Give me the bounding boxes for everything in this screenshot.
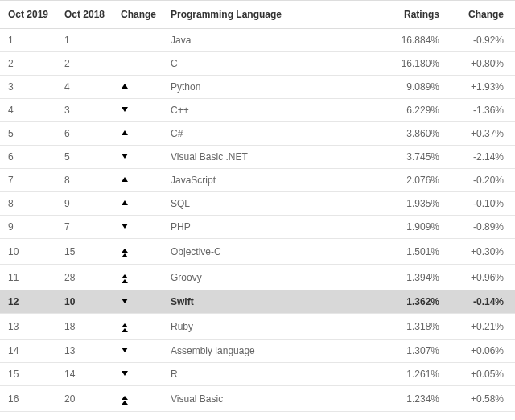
cell-trend (113, 412, 163, 421)
cell-change-pct: +0.30% (451, 239, 515, 265)
double-chevron-up-icon (121, 274, 129, 284)
cell-ratings: 16.180% (386, 52, 451, 76)
chevron-up-icon (121, 175, 129, 186)
cell-oct2018: 7 (56, 216, 113, 239)
cell-trend (113, 386, 163, 412)
cell-oct2018: 28 (56, 265, 113, 290)
cell-ratings: 1.307% (386, 340, 451, 363)
cell-oct2018: 2 (56, 52, 113, 76)
cell-oct2019: 15 (0, 363, 56, 386)
cell-trend (113, 363, 163, 386)
cell-oct2019: 5 (0, 122, 56, 146)
cell-trend (113, 239, 163, 265)
cell-trend (113, 314, 163, 340)
double-chevron-up-icon (121, 396, 129, 406)
cell-ratings: 1.234% (386, 386, 451, 412)
cell-oct2019: 7 (0, 169, 56, 192)
table-row: 1128Groovy1.394%+0.96% (0, 265, 515, 290)
header-oct2018: Oct 2018 (56, 1, 113, 29)
cell-oct2019: 3 (0, 76, 56, 99)
cell-trend (113, 52, 163, 76)
cell-language: R (163, 363, 386, 386)
cell-change-pct: -2.14% (451, 146, 515, 169)
table-header-row: Oct 2019 Oct 2018 Change Programming Lan… (0, 1, 515, 29)
cell-change-pct: +0.58% (451, 386, 515, 412)
cell-oct2018: 13 (56, 340, 113, 363)
cell-oct2019: 16 (0, 386, 56, 412)
chevron-down-icon (121, 221, 129, 233)
chevron-down-icon (121, 296, 129, 307)
chevron-up-icon (121, 128, 129, 139)
cell-oct2018: 12 (56, 412, 113, 421)
cell-change-pct: -0.92% (451, 29, 515, 52)
cell-oct2019: 13 (0, 314, 56, 340)
cell-change-pct: -0.15% (451, 412, 515, 421)
cell-oct2018: 10 (56, 290, 113, 314)
cell-oct2018: 14 (56, 363, 113, 386)
cell-oct2019: 10 (0, 239, 56, 265)
cell-trend (113, 76, 163, 99)
chevron-down-icon (121, 369, 129, 380)
cell-change-pct: +1.93% (451, 76, 515, 99)
chevron-down-icon (121, 105, 129, 116)
cell-ratings: 6.229% (386, 99, 451, 122)
cell-trend (113, 290, 163, 314)
cell-language: Go (163, 412, 386, 421)
header-language: Programming Language (163, 1, 386, 29)
cell-change-pct: +0.37% (451, 122, 515, 146)
double-chevron-up-icon (121, 323, 129, 333)
cell-trend (113, 340, 163, 363)
cell-change-pct: -0.14% (451, 290, 515, 314)
cell-ratings: 2.076% (386, 169, 451, 192)
table-row: 56C#3.860%+0.37% (0, 122, 515, 146)
cell-oct2019: 11 (0, 265, 56, 290)
cell-oct2019: 17 (0, 412, 56, 421)
cell-language: Java (163, 29, 386, 52)
cell-language: Ruby (163, 314, 386, 340)
cell-ratings: 1.935% (386, 192, 451, 216)
header-change-icon: Change (113, 1, 163, 29)
cell-language: JavaScript (163, 169, 386, 192)
cell-trend (113, 265, 163, 290)
cell-language: Assembly language (163, 340, 386, 363)
cell-oct2018: 6 (56, 122, 113, 146)
cell-oct2018: 1 (56, 29, 113, 52)
cell-ratings: 1.909% (386, 216, 451, 239)
table-row: 1413Assembly language1.307%+0.06% (0, 340, 515, 363)
header-oct2019: Oct 2019 (0, 1, 56, 29)
cell-oct2018: 9 (56, 192, 113, 216)
cell-language: Python (163, 76, 386, 99)
table-row: 1318Ruby1.318%+0.21% (0, 314, 515, 340)
chevron-down-icon (121, 345, 129, 356)
cell-ratings: 1.318% (386, 314, 451, 340)
cell-change-pct: +0.21% (451, 314, 515, 340)
cell-language: C# (163, 122, 386, 146)
cell-oct2019: 2 (0, 52, 56, 76)
chevron-up-icon (121, 81, 129, 93)
double-chevron-up-icon (121, 249, 129, 258)
table-row: 1015Objective-C1.501%+0.30% (0, 239, 515, 265)
cell-oct2019: 9 (0, 216, 56, 239)
table-row: 43C++6.229%-1.36% (0, 99, 515, 122)
table-row: 89SQL1.935%-0.10% (0, 192, 515, 216)
cell-language: C++ (163, 99, 386, 122)
cell-language: Objective-C (163, 239, 386, 265)
cell-ratings: 16.884% (386, 29, 451, 52)
cell-oct2019: 4 (0, 99, 56, 122)
cell-language: Visual Basic (163, 386, 386, 412)
cell-trend (113, 99, 163, 122)
cell-oct2018: 15 (56, 239, 113, 265)
cell-trend (113, 122, 163, 146)
cell-oct2019: 14 (0, 340, 56, 363)
table-row: 78JavaScript2.076%-0.20% (0, 169, 515, 192)
cell-oct2019: 8 (0, 192, 56, 216)
cell-oct2018: 18 (56, 314, 113, 340)
table-row: 97PHP1.909%-0.89% (0, 216, 515, 239)
header-ratings: Ratings (386, 1, 451, 29)
cell-language: PHP (163, 216, 386, 239)
cell-ratings: 1.362% (386, 290, 451, 314)
cell-change-pct: -0.10% (451, 192, 515, 216)
table-row: 11Java16.884%-0.92% (0, 29, 515, 52)
chevron-down-icon (121, 151, 129, 163)
cell-oct2018: 5 (56, 146, 113, 169)
